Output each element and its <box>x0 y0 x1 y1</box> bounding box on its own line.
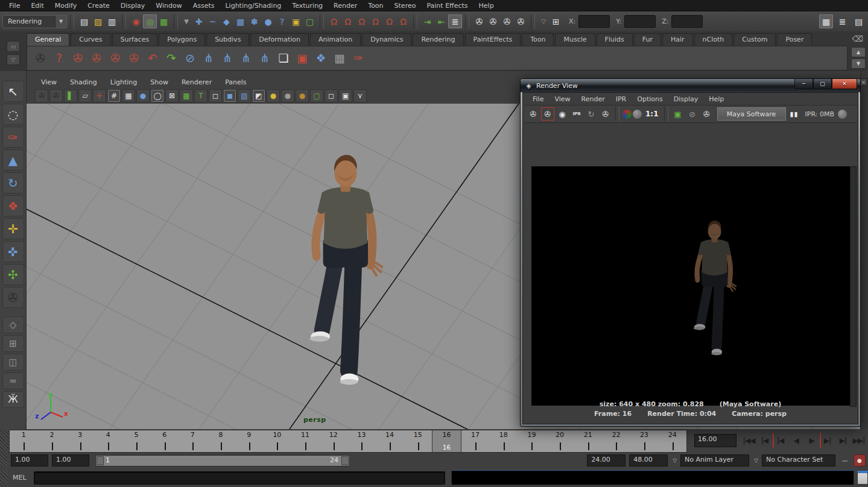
maximize-button[interactable]: ▢ <box>813 79 832 89</box>
menu-set-dropdown[interactable]: Rendering ▼ <box>2 15 67 28</box>
flat-light-icon[interactable]: ● <box>281 89 294 102</box>
close-button[interactable]: ✕ <box>832 79 857 89</box>
menu-item[interactable]: Window <box>150 1 187 11</box>
specular-light-icon[interactable]: ● <box>296 89 309 102</box>
playblast-icon[interactable]: ✇ <box>32 50 49 67</box>
tumble-view-icon[interactable]: ✇ <box>35 89 48 102</box>
snapshot-icon[interactable]: ◉ <box>556 107 569 121</box>
frame-cell[interactable]: 20 <box>546 430 574 452</box>
snap-to-curves-icon[interactable]: Ω <box>341 14 355 28</box>
x-coordinate-field[interactable] <box>578 15 610 28</box>
duplicate-icon[interactable]: ❖ <box>312 50 329 67</box>
tumble-tool-icon[interactable]: ✇ <box>69 50 86 67</box>
frame-cell[interactable]: 21 <box>574 430 602 452</box>
shelf-tab[interactable]: Polygons <box>159 33 205 46</box>
one-to-one-button[interactable]: 1:1 <box>643 110 661 118</box>
track-tool-icon[interactable]: ✇ <box>88 50 105 67</box>
step-back-key-button[interactable]: |◀ <box>773 433 788 448</box>
shelf-scroll-down-icon[interactable]: ▼ <box>851 58 866 69</box>
render-view-menu-item[interactable]: Display <box>668 94 704 104</box>
render-settings-icon[interactable]: ✇ <box>514 14 528 28</box>
render-view-titlebar[interactable]: ◈ Render View ─ ▢ ✕ <box>521 79 860 92</box>
absolute-transform-icon[interactable]: ⊞ <box>549 14 563 28</box>
shaded-ball-icon[interactable]: ● <box>136 89 150 102</box>
frame-cell[interactable]: 10 <box>263 430 291 452</box>
animation-start-field[interactable]: 1.00 <box>11 454 48 467</box>
input-field-filter-icon[interactable]: ▽ <box>538 14 549 28</box>
shelf-tab[interactable]: Hair <box>662 33 693 46</box>
shelf-tab[interactable]: General <box>27 33 69 46</box>
render-view-menu-item[interactable]: IPR <box>610 94 632 104</box>
new-scene-icon[interactable]: ▤ <box>77 14 91 28</box>
frame-cell[interactable]: 22 <box>602 430 630 452</box>
shelf-tab[interactable]: Subdivs <box>206 33 249 46</box>
attribute-editor-toggle-icon[interactable]: ▦ <box>819 14 833 28</box>
shelf-arrow-icon[interactable]: ▽ <box>7 54 20 65</box>
four-pane-layout-icon[interactable]: ⊞ <box>2 335 24 352</box>
frame-cell[interactable]: 2 <box>38 430 66 452</box>
script-editor-icon[interactable] <box>857 471 868 485</box>
divider[interactable] <box>174 14 178 29</box>
joint-tool-icon[interactable]: ⋔ <box>200 50 217 67</box>
highlight-selection-icon[interactable]: ▢ <box>303 14 317 28</box>
cmdline-grip[interactable] <box>0 470 8 486</box>
film-gate-icon[interactable]: ▦ <box>122 89 135 102</box>
animation-key-icon[interactable]: ∽ <box>838 454 852 468</box>
menu-item[interactable]: Toon <box>363 1 388 11</box>
render-icon[interactable]: ✇ <box>527 107 540 121</box>
panel-menu-item[interactable]: Renderer <box>176 78 218 87</box>
rendered-image[interactable] <box>531 166 850 406</box>
mel-input[interactable] <box>34 471 445 485</box>
divider[interactable] <box>70 14 74 29</box>
render-region-icon[interactable]: ✇ <box>599 107 612 121</box>
shelf-tab[interactable]: Muscle <box>555 33 595 46</box>
frame-cell[interactable]: 1 <box>10 430 38 452</box>
construction-history-icon[interactable]: ≣ <box>448 14 462 28</box>
frame-cell[interactable]: 7 <box>179 430 207 452</box>
move-tool-icon[interactable]: ▲ <box>2 149 24 171</box>
textured-mode-icon[interactable]: ▨ <box>238 89 251 102</box>
rgb-channels-icon[interactable] <box>622 110 632 119</box>
save-image-icon[interactable]: ▣ <box>671 107 685 121</box>
shelf-tab[interactable]: Animation <box>310 33 361 46</box>
lasso-select-tool-icon[interactable]: ◌ <box>2 104 24 125</box>
single-pane-layout-icon[interactable]: ◇ <box>2 316 24 333</box>
render-view-menu-item[interactable]: File <box>527 94 549 104</box>
gate-mask-icon[interactable]: ⊠ <box>165 89 179 102</box>
snap-to-points-icon[interactable]: Ω <box>355 14 369 28</box>
step-forward-key-button[interactable]: ▶| <box>820 433 835 448</box>
hypergraph-icon[interactable]: ❏ <box>275 50 292 67</box>
frame-cell[interactable]: 12 <box>319 430 347 452</box>
bookmarks-icon[interactable]: ▌ <box>64 89 77 102</box>
pan-zoom-tool-icon[interactable]: ✛ <box>93 89 106 102</box>
frame-cell[interactable]: 4 <box>94 430 122 452</box>
image-plane-icon[interactable]: ▱ <box>78 89 92 102</box>
smooth-shade-mode-icon[interactable]: ◼ <box>223 89 236 102</box>
divider[interactable] <box>413 14 417 29</box>
menu-item[interactable]: Modify <box>49 1 82 11</box>
step-back-frame-button[interactable]: |◀ <box>757 433 772 448</box>
go-to-end-button[interactable]: ▶▶| <box>851 433 866 448</box>
character-model[interactable] <box>288 151 401 398</box>
minimize-button[interactable]: ─ <box>794 79 813 89</box>
shelf-tab[interactable]: Toon <box>522 33 554 46</box>
play-backwards-button[interactable]: ◀ <box>788 433 803 448</box>
paint-effects-panel-icon[interactable]: Ӝ <box>2 391 24 408</box>
refresh-ipr-icon[interactable]: ↻ <box>584 107 598 121</box>
ik-spline-tool-icon[interactable]: ⋔ <box>238 50 255 67</box>
render-view-menu-item[interactable]: Help <box>703 94 729 104</box>
menu-item[interactable]: File <box>4 1 25 11</box>
menu-item[interactable]: Assets <box>188 1 220 11</box>
channel-box-toggle-icon[interactable]: ▤ <box>852 14 866 28</box>
select-by-object-icon[interactable]: ◎ <box>143 14 157 28</box>
snap-together-icon[interactable]: ▣ <box>294 50 311 67</box>
menu-item[interactable]: Render <box>328 1 363 11</box>
timeline-grip[interactable] <box>0 429 9 453</box>
menu-item[interactable]: Stereo <box>389 1 422 11</box>
range-end-handle[interactable] <box>341 456 349 465</box>
frame-cell[interactable]: 18 <box>489 430 518 452</box>
redo-icon[interactable]: ↷ <box>163 50 180 67</box>
ipr-render-icon[interactable]: ✇ <box>500 14 514 28</box>
shelf-tab[interactable]: Deformation <box>250 33 309 46</box>
menu-item[interactable]: Paint Effects <box>421 1 473 11</box>
